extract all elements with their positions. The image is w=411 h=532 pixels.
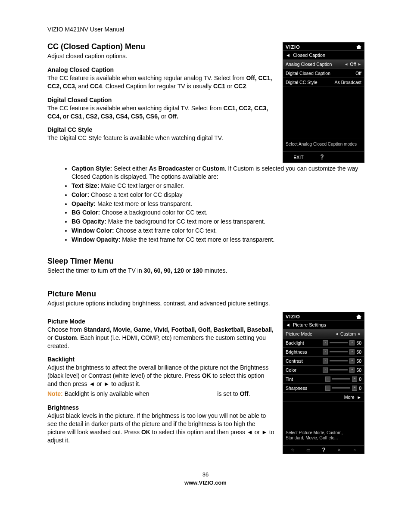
bt: As Broadcaster: [149, 165, 194, 172]
osd-row-sharpness[interactable]: Sharpness -+0: [283, 384, 364, 393]
digital-cc-style-title: Digital CC Style: [47, 126, 275, 133]
right-arrow-icon: ►: [358, 62, 361, 66]
doc-header: VIZIO M421NV User Manual: [47, 26, 364, 33]
osd-value: 50: [356, 349, 361, 355]
cc-osd-hint: Select Analog Closed Caption modes: [283, 139, 364, 152]
bt: Choose a background color for CC text.: [100, 209, 208, 216]
t: The CC feature is available when watchin…: [47, 75, 246, 81]
bt: Choose a text color for CC display: [89, 191, 182, 198]
osd-value: 50: [356, 367, 361, 373]
osd-brand: VIZIO: [286, 44, 300, 50]
picture-osd-col: VIZIO ◄ Picture Settings Picture Mode ◄C…: [283, 312, 364, 454]
osd-row-tint[interactable]: Tint -+0: [283, 375, 364, 384]
osd-label: Tint: [286, 376, 293, 382]
bl: BG Color:: [72, 209, 100, 216]
bl: Window Opacity:: [72, 236, 120, 243]
plus-icon[interactable]: +: [352, 386, 357, 391]
minus-icon[interactable]: -: [325, 376, 330, 382]
bl: Caption Style:: [72, 165, 112, 172]
t: or: [47, 334, 54, 341]
osd-label: Digital CC Style: [286, 80, 318, 85]
cc-section-row: CC (Closed Caption) Menu Adjust closed c…: [47, 42, 364, 163]
pic-osd-hint: Select Picture Mode, Custom, Standard, M…: [283, 428, 364, 445]
osd-slider-cell: -+0: [325, 386, 361, 391]
slider-track[interactable]: [332, 378, 350, 380]
bl: BG Opacity:: [72, 218, 106, 225]
bt: Make the background for CC text more or …: [106, 218, 265, 225]
analog-cc-title: Analog Closed Caption: [47, 66, 275, 73]
osd-row-backlight[interactable]: Backlight -+50: [283, 339, 364, 348]
t: Backlight is only available when: [63, 390, 151, 397]
picture-menu-title: Picture Menu: [47, 289, 364, 299]
bullet-color: Color: Choose a text color for CC displa…: [72, 191, 364, 199]
t: 180: [193, 267, 202, 274]
osd-row-style[interactable]: Digital CC Style As Broadcast: [283, 78, 364, 87]
cc-osd-breadcrumb: ◄ Closed Caption: [283, 51, 364, 60]
cc-menu-title: CC (Closed Caption) Menu: [47, 42, 275, 51]
osd-row-brightness[interactable]: Brightness -+50: [283, 348, 364, 357]
t: or: [184, 267, 193, 274]
osd-row-analog[interactable]: Analog Closed Caption ◄Off►: [283, 60, 364, 69]
brightness-text: Adjust black levels in the picture. If t…: [47, 412, 275, 445]
bt: Select either: [112, 165, 149, 172]
osd-row-color[interactable]: Color -+50: [283, 366, 364, 375]
picture-text-col: Picture Mode Choose from Standard, Movie…: [47, 312, 275, 446]
osd-row-contrast[interactable]: Contrast -+50: [283, 357, 364, 366]
picture-menu-intro: Adjust picture options including brightn…: [47, 299, 364, 308]
t: or: [159, 113, 168, 120]
close-icon: ✕: [336, 448, 342, 452]
minus-icon[interactable]: -: [323, 358, 328, 364]
slider-track[interactable]: [330, 369, 348, 370]
digital-cc-text: The CC feature is available when watchin…: [47, 104, 275, 121]
right-arrow-icon: ►: [357, 395, 361, 400]
slider-track[interactable]: [332, 387, 350, 389]
t: Custom: [54, 334, 77, 341]
osd-label: Contrast: [286, 358, 303, 364]
bl: Opacity:: [72, 200, 96, 207]
bullet-opacity: Opacity: Make text more or less transpar…: [72, 200, 364, 208]
osd-row-digital[interactable]: Digital Closed Caption Off: [283, 69, 364, 78]
t: and: [77, 83, 90, 90]
plus-icon[interactable]: +: [349, 340, 355, 345]
plus-icon[interactable]: +: [352, 376, 357, 382]
t: OK: [202, 372, 211, 379]
bl: Color:: [72, 191, 89, 198]
bullet-bg-opacity: BG Opacity: Make the background for CC t…: [72, 218, 364, 226]
left-arrow-icon: ◄: [344, 62, 348, 66]
t: Off.: [168, 113, 178, 120]
minus-icon[interactable]: -: [325, 386, 330, 391]
osd-row-picture-mode[interactable]: Picture Mode ◄Custom►: [283, 330, 364, 339]
slider-track[interactable]: [330, 351, 348, 352]
plus-icon[interactable]: +: [349, 358, 355, 364]
minus-icon[interactable]: -: [323, 349, 328, 355]
t: CC1: [213, 83, 225, 90]
picture-mode-text: Choose from Standard, Movie, Game, Vivid…: [47, 326, 275, 350]
cc-style-bullets: Caption Style: Select either As Broadcas…: [47, 165, 364, 244]
exit-label[interactable]: EXIT: [293, 155, 303, 160]
t: Choose from: [47, 326, 84, 333]
t: Off: [240, 390, 248, 397]
picture-section-row: Picture Mode Choose from Standard, Movie…: [47, 312, 364, 454]
t: Select the timer to turn off the TV in: [47, 267, 144, 274]
circle-icon: ○: [352, 448, 357, 452]
osd-slider-cell: -+50: [323, 358, 361, 364]
cc-text-col: CC (Closed Caption) Menu Adjust closed c…: [47, 42, 275, 144]
help-icon: ❔: [319, 154, 325, 160]
osd-row-more[interactable]: More ►: [283, 393, 364, 402]
sleep-timer-title: Sleep Timer Menu: [47, 257, 364, 266]
osd-value: Off: [355, 71, 361, 76]
bullet-caption-style: Caption Style: Select either As Broadcas…: [72, 165, 364, 181]
minus-icon[interactable]: -: [323, 367, 328, 373]
osd-value-cell: ◄Custom►: [335, 331, 361, 336]
plus-icon[interactable]: +: [349, 349, 355, 355]
osd-spacer: [283, 87, 364, 139]
plus-icon[interactable]: +: [349, 367, 355, 373]
slider-track[interactable]: [330, 360, 348, 361]
osd-spacer: [283, 402, 364, 428]
minus-icon[interactable]: -: [323, 340, 328, 345]
bt: or: [193, 165, 202, 172]
cc-icon: ▭: [305, 448, 311, 452]
analog-cc-text: The CC feature is available when watchin…: [47, 74, 275, 90]
home-icon: [356, 314, 361, 319]
slider-track[interactable]: [330, 342, 348, 343]
